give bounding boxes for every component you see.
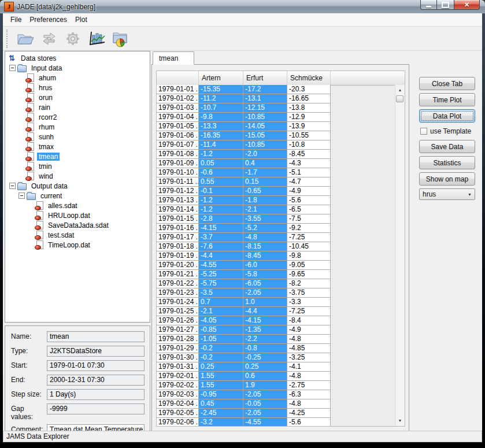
value-cell[interactable]: 0.25 xyxy=(243,362,287,372)
maximize-button[interactable] xyxy=(437,0,454,10)
value-cell[interactable]: -12.15 xyxy=(243,103,287,113)
value-cell[interactable]: -4.55 xyxy=(243,418,287,426)
menu-plot[interactable]: Plot xyxy=(71,14,91,25)
value-cell[interactable]: -6.0 xyxy=(243,261,287,270)
value-cell[interactable]: -5.75 xyxy=(199,279,243,288)
tree-node-timeloop-dat[interactable]: TimeLoop.dat xyxy=(5,240,150,250)
tree-node-orun[interactable]: orun xyxy=(5,92,150,102)
scroll-down-icon[interactable]: ▼ xyxy=(395,417,405,425)
value-cell[interactable]: -16.35 xyxy=(199,131,243,140)
date-cell[interactable]: 1979-02-01 ... xyxy=(157,372,199,381)
value-cell[interactable]: 0.6 xyxy=(243,372,287,381)
tree-node-test-sdat[interactable]: test.sdat xyxy=(5,230,150,240)
table-row[interactable]: 1979-01-22 ...-5.75-6.05-8.2 xyxy=(157,279,395,288)
value-cell[interactable]: -9.65 xyxy=(287,270,331,279)
table-row[interactable]: 1979-01-20 ...-4.55-6.0-9.05 xyxy=(157,261,395,270)
field-value-start[interactable]: 1979-01-01 07:30 xyxy=(47,360,145,371)
tree-node-sunh[interactable]: sunh xyxy=(5,132,150,142)
table-row[interactable]: 1979-01-15 ...-2.8-3.55-7.5 xyxy=(157,214,395,224)
field-value-name[interactable]: tmean xyxy=(47,331,145,342)
date-cell[interactable]: 1979-02-03 ... xyxy=(157,390,199,399)
tree-node-rhum[interactable]: rhum xyxy=(5,122,150,132)
value-cell[interactable]: -4.25 xyxy=(287,409,331,418)
date-cell[interactable]: 1979-01-17 ... xyxy=(157,233,199,242)
date-cell[interactable]: 1979-01-31 ... xyxy=(157,362,199,372)
value-cell[interactable]: -8.45 xyxy=(287,150,331,159)
transfer-data-button[interactable] xyxy=(38,28,61,50)
table-row[interactable]: 1979-02-06 ...-3.2-4.55-5.6 xyxy=(157,418,395,426)
value-cell[interactable]: -2.05 xyxy=(243,409,287,418)
value-cell[interactable]: -7.25 xyxy=(287,233,331,242)
value-cell[interactable]: -10.7 xyxy=(199,103,243,113)
value-cell[interactable]: -13.3 xyxy=(199,122,243,131)
date-cell[interactable]: 1979-01-28 ... xyxy=(157,335,199,344)
value-cell[interactable]: -0.6 xyxy=(199,168,243,177)
value-cell[interactable]: -4.1 xyxy=(287,362,331,372)
value-cell[interactable]: -4.8 xyxy=(287,399,331,409)
data-plot-button[interactable]: Data Plot xyxy=(419,109,475,123)
value-cell[interactable]: -0.1 xyxy=(199,187,243,196)
table-row[interactable]: 1979-01-10 ...-0.6-1.7-5.1 xyxy=(157,168,395,177)
date-cell[interactable]: 1979-01-19 ... xyxy=(157,251,199,261)
value-cell[interactable]: -2.2 xyxy=(243,335,287,344)
value-cell[interactable]: -11.4 xyxy=(199,140,243,150)
value-cell[interactable]: 0.25 xyxy=(199,362,243,372)
table-row[interactable]: 1979-02-03 ...-0.95-2.05-6.3 xyxy=(157,390,395,399)
value-cell[interactable]: -3.7 xyxy=(199,233,243,242)
date-cell[interactable]: 1979-01-12 ... xyxy=(157,187,199,196)
value-cell[interactable]: -14.05 xyxy=(243,122,287,131)
collapse-expander-icon[interactable] xyxy=(9,65,16,71)
table-row[interactable]: 1979-01-07 ...-11.4-10.85-10.8 xyxy=(157,140,395,150)
table-row[interactable]: 1979-01-26 ...-4.05-4.15-8.4 xyxy=(157,316,395,325)
table-row[interactable]: 1979-01-19 ...-4.4-8.45-9.8 xyxy=(157,251,395,261)
table-row[interactable]: 1979-01-14 ...-1.2-2.1-6.5 xyxy=(157,205,395,214)
close-tab-button[interactable]: Close Tab xyxy=(419,77,475,90)
date-cell[interactable]: 1979-02-02 ... xyxy=(157,381,199,390)
date-cell[interactable]: 1979-01-04 ... xyxy=(157,113,199,122)
value-cell[interactable]: 0.15 xyxy=(243,177,287,187)
value-cell[interactable]: -5.2 xyxy=(243,224,287,233)
date-cell[interactable]: 1979-01-20 ... xyxy=(157,261,199,270)
table-row[interactable]: 1979-02-01 ...1.550.6-4.8 xyxy=(157,372,395,381)
statistics-button[interactable]: Statistics xyxy=(419,156,475,169)
value-cell[interactable]: -0.05 xyxy=(243,399,287,409)
date-cell[interactable]: 1979-01-24 ... xyxy=(157,298,199,307)
time-plot-button-toolbar[interactable] xyxy=(85,28,108,50)
value-cell[interactable]: -10.45 xyxy=(287,242,331,251)
scroll-up-icon[interactable]: ▲ xyxy=(395,86,405,94)
value-cell[interactable]: -4.05 xyxy=(199,316,243,325)
table-row[interactable]: 1979-01-05 ...-13.3-14.05-13.9 xyxy=(157,122,395,131)
date-cell[interactable]: 1979-01-11 ... xyxy=(157,177,199,187)
value-cell[interactable]: -0.95 xyxy=(199,390,243,399)
value-cell[interactable]: -2.45 xyxy=(199,409,243,418)
value-cell[interactable]: -4.9 xyxy=(287,325,331,335)
date-cell[interactable]: 1979-01-29 ... xyxy=(157,344,199,353)
value-cell[interactable]: -16.65 xyxy=(287,94,331,103)
date-cell[interactable]: 1979-01-18 ... xyxy=(157,242,199,251)
show-on-map-button[interactable]: Show on map xyxy=(419,172,475,186)
value-cell[interactable]: -5.8 xyxy=(243,270,287,279)
table-row[interactable]: 1979-01-21 ...-5.25-5.8-9.65 xyxy=(157,270,395,279)
date-cell[interactable]: 1979-01-09 ... xyxy=(157,159,199,168)
tree-node-input-data[interactable]: Input data xyxy=(5,63,150,73)
value-cell[interactable]: -13.9 xyxy=(287,122,331,131)
value-cell[interactable]: 0.05 xyxy=(199,159,243,168)
value-cell[interactable]: -2.1 xyxy=(199,307,243,316)
save-data-button[interactable]: Save Data xyxy=(419,140,475,153)
value-cell[interactable]: -10.8 xyxy=(287,140,331,150)
table-row[interactable]: 1979-01-11 ...0.550.15-4.7 xyxy=(157,177,395,187)
value-cell[interactable]: -3.2 xyxy=(199,418,243,426)
date-cell[interactable]: 1979-01-26 ... xyxy=(157,316,199,325)
value-cell[interactable]: -9.8 xyxy=(287,251,331,261)
table-row[interactable]: 1979-01-13 ...-1.2-1.8-5.6 xyxy=(157,196,395,205)
title-bar[interactable]: J JADE [data\j2k_gehlberg] ✕ xyxy=(0,0,485,14)
value-cell[interactable]: -4.85 xyxy=(287,344,331,353)
date-cell[interactable]: 1979-01-30 ... xyxy=(157,353,199,362)
value-cell[interactable]: 1.9 xyxy=(243,381,287,390)
minimize-button[interactable] xyxy=(420,0,437,10)
value-cell[interactable]: -0.85 xyxy=(199,325,243,335)
value-cell[interactable]: 0.7 xyxy=(199,298,243,307)
collapse-expander-icon[interactable] xyxy=(9,183,16,189)
date-cell[interactable]: 1979-01-16 ... xyxy=(157,224,199,233)
table-row[interactable]: 1979-01-12 ...-0.1-0.65-4.9 xyxy=(157,187,395,196)
